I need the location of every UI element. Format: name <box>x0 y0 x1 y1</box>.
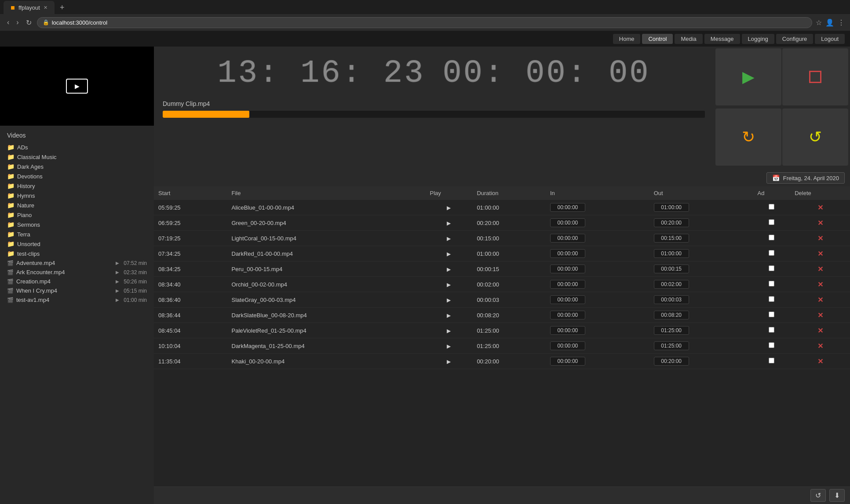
file-creation-mp4[interactable]: 🎬Creation.mp4▶50:26 min <box>0 277 154 286</box>
folder-ads[interactable]: 📁ADs <box>0 142 154 152</box>
profile-button[interactable]: 👤 <box>825 18 834 27</box>
ad-checkbox[interactable] <box>769 342 774 348</box>
delete-button[interactable]: ✕ <box>817 250 823 258</box>
back-button[interactable]: ‹ <box>5 17 11 28</box>
row-play-button[interactable]: ▶ <box>447 343 451 349</box>
reload-button[interactable]: ↻ <box>24 17 33 29</box>
replay-button[interactable]: ↺ <box>782 109 848 166</box>
topnav-configure[interactable]: Configure <box>776 34 813 44</box>
close-tab-button[interactable]: ✕ <box>44 5 47 11</box>
row-play-button[interactable]: ▶ <box>447 359 451 365</box>
out-input[interactable] <box>654 326 689 335</box>
folder-terra[interactable]: 📁Terra <box>0 229 154 239</box>
file-when-i-cry-mp4[interactable]: 🎬When I Cry.mp4▶05:15 min <box>0 286 154 295</box>
folder-history[interactable]: 📁History <box>0 181 154 191</box>
delete-button[interactable]: ✕ <box>817 219 823 227</box>
folder-nature[interactable]: 📁Nature <box>0 200 154 210</box>
in-input[interactable] <box>550 203 585 212</box>
ad-checkbox[interactable] <box>769 219 774 225</box>
in-input[interactable] <box>550 311 585 319</box>
folder-devotions[interactable]: 📁Devotions <box>0 171 154 181</box>
address-bar[interactable]: 🔒 localhost:3000/control <box>37 17 812 28</box>
topnav-logging[interactable]: Logging <box>742 34 774 44</box>
delete-button[interactable]: ✕ <box>817 203 823 212</box>
in-input[interactable] <box>550 265 585 273</box>
delete-button[interactable]: ✕ <box>817 234 823 243</box>
out-input[interactable] <box>654 311 689 319</box>
out-input[interactable] <box>654 295 689 304</box>
out-input[interactable] <box>654 265 689 273</box>
stop-button[interactable] <box>782 48 848 105</box>
folder-dark-ages[interactable]: 📁Dark Ages <box>0 162 154 171</box>
in-input[interactable] <box>550 341 585 350</box>
row-play-button[interactable]: ▶ <box>447 266 451 272</box>
in-input[interactable] <box>550 357 585 366</box>
topnav-home[interactable]: Home <box>613 34 641 44</box>
ad-checkbox[interactable] <box>769 312 774 317</box>
file-test-av1-mp4[interactable]: 🎬test-av1.mp4▶01:00 min <box>0 295 154 305</box>
ad-checkbox[interactable] <box>769 250 774 256</box>
out-input[interactable] <box>654 280 689 289</box>
menu-button[interactable]: ⋮ <box>838 18 845 27</box>
cell-ad <box>753 246 791 261</box>
folder-icon: 📁 <box>7 211 15 218</box>
playlist-area[interactable]: Start File Play Duration In Out Ad Delet… <box>154 186 850 486</box>
ad-checkbox[interactable] <box>769 358 774 363</box>
refresh-button[interactable]: ↺ <box>810 489 826 502</box>
out-input[interactable] <box>654 249 689 258</box>
out-input[interactable] <box>654 234 689 243</box>
delete-button[interactable]: ✕ <box>817 280 823 289</box>
loop-button[interactable]: ↻ <box>715 109 781 166</box>
folder-test-clips[interactable]: 📁test-clips <box>0 249 154 258</box>
cell-play: ▶ <box>426 200 473 215</box>
play-button[interactable]: ▶ <box>715 48 781 105</box>
out-input[interactable] <box>654 203 689 212</box>
topnav-logout[interactable]: Logout <box>815 34 845 44</box>
folder-unsorted[interactable]: 📁Unsorted <box>0 239 154 249</box>
row-play-button[interactable]: ▶ <box>447 297 451 303</box>
delete-button[interactable]: ✕ <box>817 311 823 319</box>
delete-button[interactable]: ✕ <box>817 265 823 273</box>
delete-button[interactable]: ✕ <box>817 326 823 335</box>
in-input[interactable] <box>550 295 585 304</box>
ad-checkbox[interactable] <box>769 327 774 333</box>
forward-button[interactable]: › <box>15 17 20 28</box>
bookmark-button[interactable]: ☆ <box>816 18 822 27</box>
in-input[interactable] <box>550 249 585 258</box>
active-tab[interactable]: ◼ ffplayout ✕ <box>4 1 55 14</box>
in-input[interactable] <box>550 280 585 289</box>
download-button[interactable]: ⬇ <box>829 489 845 502</box>
folder-piano[interactable]: 📁Piano <box>0 210 154 220</box>
in-input[interactable] <box>550 218 585 227</box>
ad-checkbox[interactable] <box>769 204 774 210</box>
ad-checkbox[interactable] <box>769 296 774 302</box>
folder-classical-music[interactable]: 📁Classical Music <box>0 152 154 162</box>
out-input[interactable] <box>654 341 689 350</box>
delete-button[interactable]: ✕ <box>817 296 823 304</box>
topnav-message[interactable]: Message <box>704 34 740 44</box>
file-ark-encounter-mp4[interactable]: 🎬Ark Encounter.mp4▶02:32 min <box>0 268 154 277</box>
row-play-button[interactable]: ▶ <box>447 251 451 257</box>
topnav-control[interactable]: Control <box>642 34 673 44</box>
out-input[interactable] <box>654 357 689 366</box>
row-play-button[interactable]: ▶ <box>447 236 451 242</box>
out-input[interactable] <box>654 218 689 227</box>
in-input[interactable] <box>550 234 585 243</box>
row-play-button[interactable]: ▶ <box>447 220 451 226</box>
ad-checkbox[interactable] <box>769 281 774 286</box>
row-play-button[interactable]: ▶ <box>447 282 451 288</box>
in-input[interactable] <box>550 326 585 335</box>
topnav-media[interactable]: Media <box>675 34 702 44</box>
ad-checkbox[interactable] <box>769 235 774 240</box>
row-play-button[interactable]: ▶ <box>447 328 451 334</box>
delete-button[interactable]: ✕ <box>817 357 823 366</box>
row-play-button[interactable]: ▶ <box>447 205 451 211</box>
new-tab-button[interactable]: + <box>56 1 68 14</box>
folder-hymns[interactable]: 📁Hymns <box>0 191 154 200</box>
file-adventure-mp4[interactable]: 🎬Adventure.mp4▶07:52 min <box>0 258 154 268</box>
preview-play-button[interactable] <box>66 79 88 94</box>
ad-checkbox[interactable] <box>769 265 774 271</box>
delete-button[interactable]: ✕ <box>817 342 823 350</box>
folder-sermons[interactable]: 📁Sermons <box>0 220 154 229</box>
row-play-button[interactable]: ▶ <box>447 312 451 319</box>
